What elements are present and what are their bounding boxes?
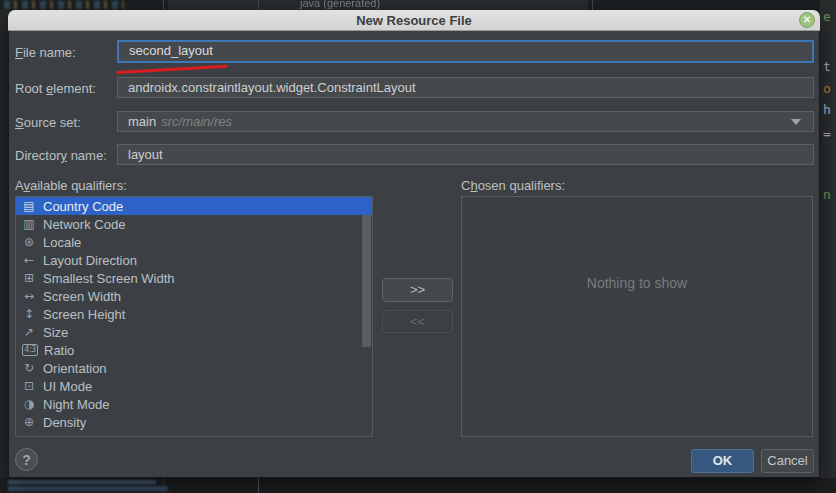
root-element-input[interactable]: androidx.constraintlayout.widget.Constra… bbox=[117, 77, 814, 98]
qualifier-label: Screen Width bbox=[43, 289, 121, 304]
ide-top-strip: java (generated) bbox=[0, 0, 836, 10]
orientation-icon: ↻ bbox=[21, 362, 37, 374]
qualifier-label: Locale bbox=[43, 235, 81, 250]
ide-divider bbox=[258, 478, 259, 493]
ide-project-tree-text: java (generated) bbox=[300, 0, 380, 9]
ide-code-character: e bbox=[823, 9, 831, 24]
layout-direction-icon: ← bbox=[21, 254, 37, 266]
qualifier-row[interactable]: ▤Country Code bbox=[16, 197, 372, 215]
locale-icon: ⊛ bbox=[21, 236, 37, 248]
qualifier-row[interactable]: ⊛Locale bbox=[16, 233, 372, 251]
chosen-qualifiers-panel: Nothing to show bbox=[461, 196, 813, 437]
qualifier-row[interactable]: ⊕Density bbox=[16, 413, 372, 431]
ide-code-character: t bbox=[823, 59, 831, 74]
file-name-input[interactable]: second_layout bbox=[117, 40, 814, 63]
move-left-button: << bbox=[382, 310, 453, 333]
chosen-qualifiers-label: Chosen qualifiers: bbox=[461, 178, 565, 193]
qualifier-label: Night Mode bbox=[43, 397, 109, 412]
file-name-label: File name: bbox=[15, 45, 76, 60]
ide-top-blur bbox=[4, 1, 124, 9]
directory-name-input[interactable]: layout bbox=[117, 144, 814, 165]
ide-divider bbox=[258, 0, 259, 10]
directory-name-label: Directory name: bbox=[15, 148, 107, 163]
available-qualifiers-label: Available qualifiers: bbox=[15, 178, 127, 193]
density-icon: ⊕ bbox=[21, 416, 37, 428]
qualifier-row[interactable]: ←Layout Direction bbox=[16, 251, 372, 269]
network-code-icon: ▥ bbox=[21, 218, 37, 230]
move-right-button[interactable]: >> bbox=[382, 278, 453, 302]
ide-code-character: h bbox=[823, 102, 831, 117]
dialog-titlebar[interactable]: New Resource File ✕ bbox=[8, 10, 820, 31]
cancel-button[interactable]: Cancel bbox=[761, 449, 814, 473]
qualifier-label: Density bbox=[43, 415, 86, 430]
country-code-icon: ▤ bbox=[21, 200, 37, 212]
close-icon: ✕ bbox=[803, 15, 811, 25]
ide-bottom-strip bbox=[0, 478, 836, 493]
qualifier-label: Country Code bbox=[43, 199, 123, 214]
night-mode-icon: ◑ bbox=[21, 398, 37, 410]
ide-divider bbox=[163, 0, 164, 10]
qualifier-row[interactable]: ⊡UI Mode bbox=[16, 377, 372, 395]
ide-editor-strip: etoh=n bbox=[820, 0, 836, 493]
qualifier-label: Size bbox=[43, 325, 68, 340]
qualifier-row[interactable]: ▥Network Code bbox=[16, 215, 372, 233]
source-set-hint: src/main/res bbox=[161, 114, 232, 129]
ide-code-character: = bbox=[823, 126, 831, 141]
ide-divider bbox=[163, 478, 164, 493]
empty-state-text: Nothing to show bbox=[462, 275, 812, 291]
root-element-label: Root element: bbox=[15, 81, 96, 96]
new-resource-file-dialog: New Resource File ✕ File name: second_la… bbox=[8, 10, 820, 478]
qualifier-label: Screen Height bbox=[43, 307, 125, 322]
size-icon: ↗ bbox=[21, 326, 37, 338]
qualifier-label: Orientation bbox=[43, 361, 107, 376]
ide-code-character: n bbox=[823, 187, 831, 202]
question-icon: ? bbox=[22, 452, 31, 468]
qualifier-label: UI Mode bbox=[43, 379, 92, 394]
ide-code-character: o bbox=[823, 81, 831, 96]
qualifier-row[interactable]: ↻Orientation bbox=[16, 359, 372, 377]
screen-height-icon: ↕ bbox=[21, 308, 37, 320]
close-button[interactable]: ✕ bbox=[799, 12, 815, 28]
screen-width-icon: ↔ bbox=[21, 290, 37, 302]
source-set-value: main bbox=[128, 114, 156, 129]
ratio-icon: 4:3 bbox=[22, 344, 38, 356]
ide-bottom-blur bbox=[8, 480, 156, 484]
chevron-down-icon bbox=[791, 119, 801, 125]
qualifier-label: Smallest Screen Width bbox=[43, 271, 175, 286]
qualifier-row[interactable]: ↔Screen Width bbox=[16, 287, 372, 305]
ok-button[interactable]: OK bbox=[691, 449, 754, 473]
qualifier-label: Ratio bbox=[44, 343, 74, 358]
qualifier-label: Network Code bbox=[43, 217, 125, 232]
ide-divider bbox=[592, 0, 593, 10]
window-title: New Resource File bbox=[8, 13, 820, 28]
source-set-combo[interactable]: main src/main/res bbox=[117, 111, 814, 132]
help-button[interactable]: ? bbox=[15, 448, 38, 471]
qualifier-row[interactable]: ◑Night Mode bbox=[16, 395, 372, 413]
smallest-screen-width-icon: ⊞ bbox=[21, 272, 37, 284]
qualifier-row[interactable]: ↕Screen Height bbox=[16, 305, 372, 323]
qualifier-row[interactable]: ⊞Smallest Screen Width bbox=[16, 269, 372, 287]
source-set-label: Source set: bbox=[15, 115, 81, 130]
qualifier-label: Layout Direction bbox=[43, 253, 137, 268]
available-qualifiers-list: ▤Country Code▥Network Code⊛Locale←Layout… bbox=[15, 196, 373, 437]
qualifier-row[interactable]: 4:3Ratio bbox=[16, 341, 372, 359]
ide-bottom-blur bbox=[8, 486, 168, 491]
red-underline-annotation bbox=[116, 65, 228, 74]
qualifier-row[interactable]: ↗Size bbox=[16, 323, 372, 341]
ui-mode-icon: ⊡ bbox=[21, 380, 37, 392]
